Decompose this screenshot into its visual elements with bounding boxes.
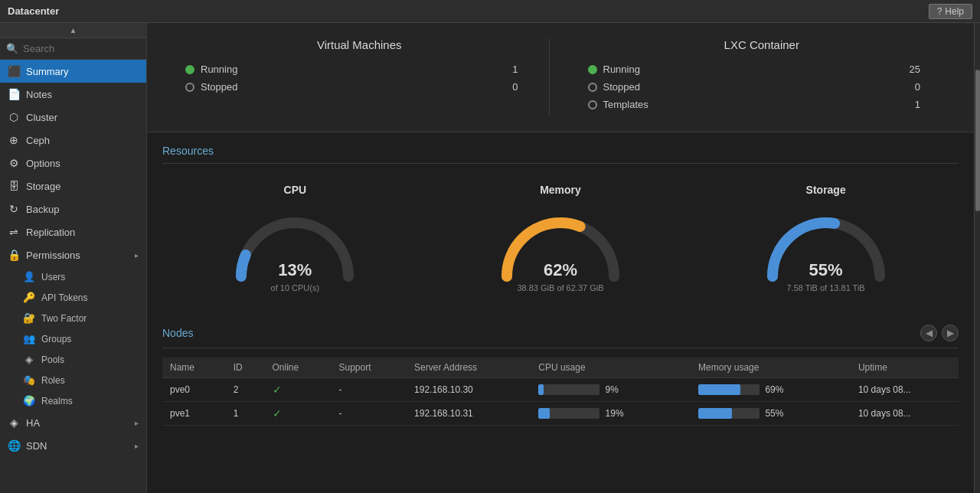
cpu-bar-fill — [538, 384, 544, 395]
search-input[interactable] — [23, 43, 140, 54]
search-icon: 🔍 — [6, 43, 18, 54]
sidebar-item-summary[interactable]: ⬛ Summary — [0, 60, 146, 83]
node-support: - — [331, 402, 407, 426]
sidebar-sub-label: Two Factor — [41, 313, 87, 324]
sidebar-item-permissions[interactable]: 🔒 Permissions ▸ — [0, 243, 146, 266]
sidebar: 🔍 ⬛ Summary 📄 Notes ⬡ Cluster ⊕ Ceph ⚙ O… — [0, 23, 147, 493]
lxc-templates-count: 1 — [915, 99, 951, 110]
gauges-row: CPU 13% of 10 CPU(s) Memory — [162, 176, 959, 300]
cpu-gauge-wrapper: 13% — [226, 204, 364, 280]
options-icon: ⚙ — [8, 157, 20, 169]
node-address: 192.168.10.30 — [407, 378, 531, 402]
chevron-right-icon-sdn: ▸ — [135, 442, 139, 450]
ha-icon: ◈ — [8, 416, 20, 429]
node-uptime: 10 days 08... — [851, 378, 959, 402]
scrollbar[interactable] — [974, 23, 980, 493]
cpu-bar-fill — [538, 408, 550, 419]
search-box[interactable]: 🔍 — [0, 38, 146, 60]
sidebar-item-backup[interactable]: ↻ Backup — [0, 198, 146, 220]
vm-running-label: Running — [201, 64, 506, 75]
sidebar-item-ceph[interactable]: ⊕ Ceph — [0, 129, 146, 152]
lxc-templates-label: Templates — [603, 99, 909, 110]
vm-stopped-row: Stopped 0 — [170, 81, 549, 93]
cpu-bar-label: 19% — [606, 408, 624, 419]
cpu-bar-label: 9% — [606, 384, 619, 395]
sidebar-item-replication[interactable]: ⇌ Replication — [0, 220, 146, 243]
replication-icon: ⇌ — [8, 226, 20, 238]
sidebar-sub-label: Roles — [41, 375, 65, 386]
ceph-icon: ⊕ — [8, 134, 20, 146]
sidebar-item-cluster[interactable]: ⬡ Cluster — [0, 106, 146, 129]
sidebar-item-users[interactable]: 👤 Users — [0, 266, 146, 287]
lxc-running-count: 25 — [910, 64, 951, 75]
sidebar-item-sdn[interactable]: 🌐 SDN ▸ — [0, 434, 146, 457]
sidebar-collapse-button[interactable] — [0, 23, 146, 38]
sidebar-item-storage[interactable]: 🗄 Storage — [0, 175, 146, 198]
permissions-icon: 🔒 — [8, 249, 20, 261]
sidebar-sub-label: API Tokens — [41, 292, 87, 303]
mem-bar-bg — [698, 384, 760, 395]
roles-icon: 🎭 — [23, 374, 35, 386]
nodes-title: Nodes — [162, 327, 193, 339]
col-cpu: CPU usage — [531, 358, 691, 378]
summary-icon: ⬛ — [8, 65, 20, 77]
mem-bar-bg — [698, 408, 760, 419]
nodes-prev-button[interactable]: ◀ — [920, 325, 937, 341]
sidebar-sub-label: Groups — [41, 334, 71, 344]
col-online: Online — [265, 358, 332, 378]
sidebar-item-roles[interactable]: 🎭 Roles — [0, 370, 146, 390]
storage-title: Storage — [806, 184, 846, 196]
storage-icon: 🗄 — [8, 180, 20, 192]
node-address: 192.168.10.31 — [407, 402, 531, 426]
vm-stopped-dot — [185, 83, 194, 92]
vm-stopped-count: 0 — [512, 81, 548, 93]
lxc-stopped-count: 0 — [915, 81, 951, 93]
node-support: - — [331, 378, 407, 402]
nodes-table: Name ID Online Support Server Address CP… — [162, 358, 959, 426]
sidebar-item-pools[interactable]: ◈ Pools — [0, 349, 146, 370]
storage-percent: 55% — [809, 260, 843, 280]
sidebar-item-label: Summary — [26, 66, 69, 77]
vm-running-row: Running 1 — [170, 64, 549, 75]
sidebar-item-label: Backup — [26, 204, 59, 215]
sidebar-item-two-factor[interactable]: 🔐 Two Factor — [0, 308, 146, 328]
sdn-icon: 🌐 — [8, 439, 20, 452]
sidebar-item-groups[interactable]: 👥 Groups — [0, 328, 146, 349]
sidebar-sub-label: Realms — [41, 396, 73, 406]
vm-stopped-label: Stopped — [201, 81, 506, 93]
node-uptime: 10 days 08... — [851, 402, 959, 426]
chevron-down-icon: ▸ — [135, 251, 139, 260]
cpu-title: CPU — [284, 184, 307, 196]
api-tokens-icon: 🔑 — [23, 292, 35, 303]
col-uptime: Uptime — [851, 358, 959, 378]
sidebar-item-ha[interactable]: ◈ HA ▸ — [0, 411, 146, 434]
sidebar-item-options[interactable]: ⚙ Options — [0, 152, 146, 175]
lxc-running-dot — [588, 65, 597, 74]
users-icon: 👤 — [23, 271, 35, 282]
col-address: Server Address — [407, 358, 531, 378]
chevron-right-icon: ▸ — [135, 419, 139, 427]
col-support: Support — [331, 358, 407, 378]
col-id: ID — [226, 358, 265, 378]
sidebar-item-realms[interactable]: 🌍 Realms — [0, 390, 146, 411]
nodes-next-button[interactable]: ▶ — [942, 325, 959, 341]
storage-gauge: Storage 55% 7.58 TiB of 13.81 TiB — [719, 184, 933, 292]
table-row[interactable]: pve0 2 ✓ - 192.168.10.30 9% 69% 10 days … — [162, 378, 959, 402]
vm-title: Virtual Machines — [170, 38, 549, 51]
node-cpu: 9% — [531, 378, 691, 402]
topbar: Datacenter ? Help — [0, 0, 980, 23]
resources-section: Resources CPU 13% of 10 CPU(s) — [147, 132, 974, 312]
lxc-stopped-row: Stopped 0 — [573, 81, 952, 93]
node-mem: 69% — [691, 378, 851, 402]
pools-icon: ◈ — [23, 354, 35, 365]
sidebar-item-notes[interactable]: 📄 Notes — [0, 83, 146, 106]
sidebar-item-api-tokens[interactable]: 🔑 API Tokens — [0, 287, 146, 308]
help-button[interactable]: ? Help — [929, 4, 972, 19]
sidebar-item-label: Notes — [26, 89, 52, 100]
col-mem: Memory usage — [691, 358, 851, 378]
table-row[interactable]: pve1 1 ✓ - 192.168.10.31 19% 55% 10 days… — [162, 402, 959, 426]
notes-icon: 📄 — [8, 88, 20, 100]
sidebar-sub-label: Pools — [41, 354, 64, 365]
nodes-section: Nodes ◀ ▶ Name ID Online Support Server … — [147, 312, 974, 438]
sidebar-item-label: Replication — [26, 227, 75, 238]
